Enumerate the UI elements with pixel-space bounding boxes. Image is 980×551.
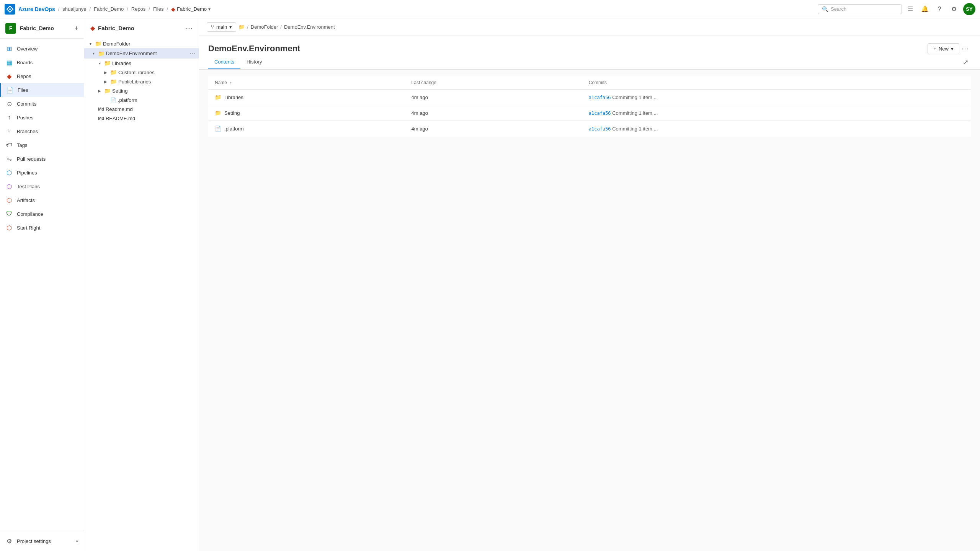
project-header: F Fabric_Demo + bbox=[0, 18, 84, 39]
sidebar-item-testplans[interactable]: ⬡ Test Plans bbox=[0, 179, 84, 193]
sidebar-label-files: Files bbox=[18, 87, 28, 93]
repo-diamond-icon: ◆ bbox=[90, 24, 95, 32]
devops-logo bbox=[5, 4, 15, 15]
tree-expand-libraries[interactable]: ▾ bbox=[96, 60, 103, 66]
folder-icon-customlibraries: 📁 bbox=[110, 69, 117, 75]
content-tabs: Contents History bbox=[208, 55, 960, 69]
notification-icon[interactable]: 🔔 bbox=[920, 4, 930, 15]
sidebar-item-pushes[interactable]: ↑ Pushes bbox=[0, 111, 84, 124]
breadcrumb-sep-5: / bbox=[167, 6, 168, 12]
breadcrumb-repos[interactable]: Repos bbox=[131, 6, 146, 12]
breadcrumb-fabricdemo-repo[interactable]: ◆ Fabric_Demo ▾ bbox=[171, 6, 211, 12]
tree-label-readmemd-lower: Readme.md bbox=[106, 106, 133, 112]
tree-item-setting[interactable]: ▶ 📁 Setting bbox=[84, 86, 199, 95]
tree-item-platform[interactable]: 📄 .platform bbox=[84, 95, 199, 104]
commit-hash-libraries[interactable]: a1cafa56 bbox=[589, 95, 611, 100]
tab-history[interactable]: History bbox=[240, 55, 268, 69]
sidebar-item-pullrequests[interactable]: ⇋ Pull requests bbox=[0, 152, 84, 166]
user-settings-icon[interactable]: ⚙ bbox=[949, 4, 959, 15]
branch-selector[interactable]: ⑂ main ▾ bbox=[207, 22, 236, 32]
table-row[interactable]: 📄 .platform 4m ago a1cafa56 Committing 1… bbox=[209, 121, 971, 137]
sidebar-item-branches[interactable]: ⑂ Branches bbox=[0, 124, 84, 138]
settings-icon: ⚙ bbox=[5, 537, 13, 545]
tree-expand-setting[interactable]: ▶ bbox=[96, 88, 103, 94]
content-header: DemoEnv.Environment + New ▾ ⋯ bbox=[199, 36, 980, 55]
row-setting-commits: a1cafa56 Committing 1 item ... bbox=[583, 105, 971, 121]
brand-name[interactable]: Azure DevOps bbox=[18, 6, 55, 12]
path-folder-icon: 📁 bbox=[238, 24, 245, 30]
tree-item-demoenv[interactable]: ▾ 📁 DemoEnv.Environment ⋯ bbox=[84, 48, 199, 59]
path-demofolder[interactable]: DemoFolder bbox=[251, 24, 278, 30]
sidebar-label-commits: Commits bbox=[17, 101, 36, 107]
tree-item-customlibraries[interactable]: ▶ 📁 CustomLibraries bbox=[84, 68, 199, 77]
sidebar-item-tags[interactable]: 🏷 Tags bbox=[0, 138, 84, 152]
sidebar-label-compliance: Compliance bbox=[17, 211, 43, 217]
settings-list-icon[interactable]: ☰ bbox=[905, 4, 916, 15]
file-tree-header: ◆ Fabric_Demo ⋯ bbox=[84, 18, 199, 37]
tree-item-readmemd-upper[interactable]: Md README.md bbox=[84, 114, 199, 123]
sidebar-item-boards[interactable]: ▦ Boards bbox=[0, 55, 84, 69]
new-button[interactable]: + New ▾ bbox=[928, 43, 959, 54]
sidebar-label-branches: Branches bbox=[17, 129, 38, 134]
sidebar-item-pipelines[interactable]: ⬡ Pipelines bbox=[0, 166, 84, 179]
content-more-button[interactable]: ⋯ bbox=[959, 42, 971, 55]
testplans-icon: ⬡ bbox=[5, 183, 13, 190]
files-icon: 📄 bbox=[6, 86, 14, 94]
sidebar-item-startright[interactable]: ⬡ Start Right bbox=[0, 221, 84, 235]
sort-icon: ↑ bbox=[230, 80, 232, 85]
table-row[interactable]: 📁 Setting 4m ago a1cafa56 Committing 1 i… bbox=[209, 105, 971, 121]
help-icon[interactable]: ? bbox=[934, 4, 945, 15]
sidebar-label-tags: Tags bbox=[17, 142, 27, 148]
tree-item-publiclibraries[interactable]: ▶ 📁 PublicLibraries bbox=[84, 77, 199, 86]
overview-icon: ⊞ bbox=[5, 45, 13, 52]
search-input[interactable] bbox=[831, 6, 898, 12]
tree-expand-demoenv[interactable]: ▾ bbox=[90, 51, 96, 57]
project-icon: F bbox=[5, 23, 16, 34]
tree-more-button[interactable]: ⋯ bbox=[186, 24, 193, 32]
sidebar-item-settings[interactable]: ⚙ Project settings « bbox=[0, 534, 84, 548]
tree-item-demofolder[interactable]: ▾ 📁 DemoFolder bbox=[84, 39, 199, 48]
col-name[interactable]: Name ↑ bbox=[209, 76, 405, 90]
commit-msg-libraries: Committing 1 item ... bbox=[612, 95, 658, 100]
svg-point-1 bbox=[9, 8, 11, 10]
breadcrumb-shuaijunye[interactable]: shuaijunye bbox=[62, 6, 86, 12]
user-avatar[interactable]: SY bbox=[963, 3, 975, 15]
tree-expand-demofolder[interactable]: ▾ bbox=[87, 41, 93, 47]
sidebar-item-commits[interactable]: ⊙ Commits bbox=[0, 97, 84, 111]
commit-hash-platform[interactable]: a1cafa56 bbox=[589, 126, 611, 132]
main-content: ⑂ main ▾ 📁 / DemoFolder / DemoEnv.Enviro… bbox=[199, 18, 980, 551]
breadcrumb-sep-4: / bbox=[149, 6, 150, 12]
path-demoenv[interactable]: DemoEnv.Environment bbox=[284, 24, 335, 30]
folder-icon-libraries: 📁 bbox=[104, 60, 111, 66]
tree-label-publiclibraries: PublicLibraries bbox=[118, 79, 151, 85]
sidebar-item-repos[interactable]: ◆ Repos bbox=[0, 69, 84, 83]
expand-icon[interactable]: ⤢ bbox=[960, 56, 971, 69]
folder-icon-demoenv: 📁 bbox=[98, 51, 105, 57]
sidebar-item-overview[interactable]: ⊞ Overview bbox=[0, 42, 84, 55]
add-project-button[interactable]: + bbox=[74, 24, 78, 33]
sidebar-item-artifacts[interactable]: ⬡ Artifacts bbox=[0, 193, 84, 207]
breadcrumb-sep-3: / bbox=[127, 6, 128, 12]
tree-item-readmemd-lower[interactable]: Md Readme.md bbox=[84, 104, 199, 114]
row-name-label: Libraries bbox=[224, 95, 243, 100]
search-icon: 🔍 bbox=[822, 6, 828, 12]
branch-name: main bbox=[216, 24, 227, 30]
tree-label-demoenv: DemoEnv.Environment bbox=[106, 51, 157, 56]
search-box[interactable]: 🔍 bbox=[818, 4, 902, 14]
tab-contents[interactable]: Contents bbox=[208, 55, 240, 69]
tree-item-libraries[interactable]: ▾ 📁 Libraries bbox=[84, 59, 199, 68]
row-setting-lastchange: 4m ago bbox=[405, 105, 583, 121]
commits-icon: ⊙ bbox=[5, 100, 13, 108]
sidebar-item-files[interactable]: 📄 Files bbox=[0, 83, 84, 97]
breadcrumb-files[interactable]: Files bbox=[153, 6, 163, 12]
sidebar-item-compliance[interactable]: 🛡 Compliance bbox=[0, 207, 84, 221]
sidebar-collapse-icon[interactable]: « bbox=[76, 538, 78, 544]
tree-more-demoenv[interactable]: ⋯ bbox=[189, 50, 196, 57]
tree-expand-publiclibraries[interactable]: ▶ bbox=[103, 78, 109, 85]
breadcrumb-fabricdemo-active[interactable]: Fabric_Demo bbox=[177, 6, 207, 12]
table-row[interactable]: 📁 Libraries 4m ago a1cafa56 Committing 1… bbox=[209, 90, 971, 105]
commit-hash-setting[interactable]: a1cafa56 bbox=[589, 111, 611, 116]
breadcrumb-fabricdemo[interactable]: Fabric_Demo bbox=[94, 6, 124, 12]
commit-msg-platform: Committing 1 item ... bbox=[612, 126, 658, 132]
tree-expand-customlibraries[interactable]: ▶ bbox=[103, 69, 109, 75]
